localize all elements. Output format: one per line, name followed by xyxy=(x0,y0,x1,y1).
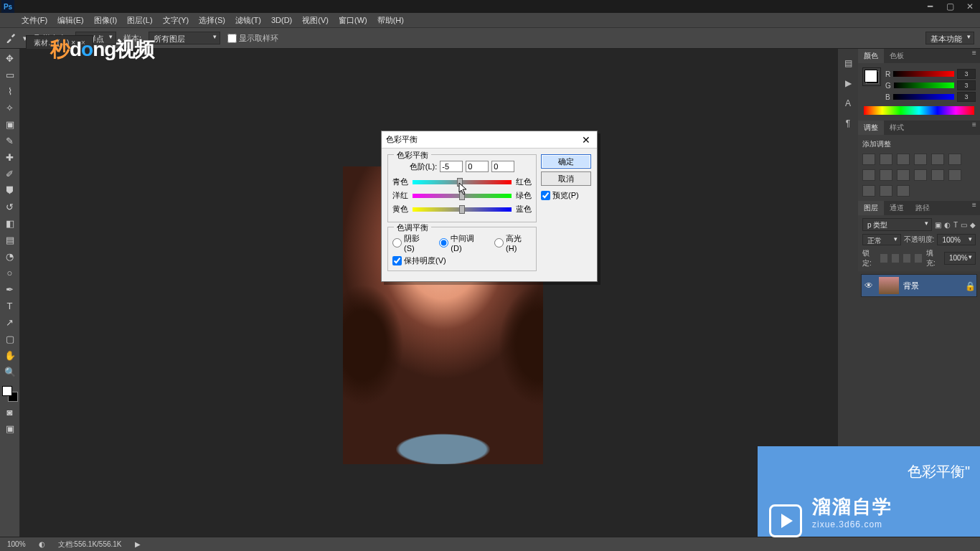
menu-3d[interactable]: 3D(D) xyxy=(271,16,292,24)
para-dock-icon[interactable]: ¶ xyxy=(842,118,854,129)
adj-thresh-icon[interactable] xyxy=(862,185,875,197)
shadows-radio[interactable]: 阴影(S) xyxy=(392,233,429,253)
color-swatch[interactable] xyxy=(862,67,881,86)
b-slider[interactable] xyxy=(893,94,954,100)
adj-colorbal-icon[interactable] xyxy=(862,169,875,181)
menu-file[interactable]: 文件(F) xyxy=(22,15,47,26)
adj-poster-icon[interactable] xyxy=(948,169,961,181)
eraser-tool-icon[interactable]: ◧ xyxy=(2,217,18,230)
adj-bw-icon[interactable] xyxy=(880,169,892,181)
spectrum-bar[interactable] xyxy=(864,106,974,115)
path-tool-icon[interactable]: ↗ xyxy=(2,316,18,329)
adj-levels-icon[interactable] xyxy=(880,154,892,165)
b-value[interactable]: 3 xyxy=(957,92,976,102)
highlights-radio[interactable]: 高光(H) xyxy=(494,233,532,253)
g-slider[interactable] xyxy=(894,83,954,88)
tab-paths[interactable]: 路径 xyxy=(910,201,936,215)
filter-type-icon[interactable]: T xyxy=(953,221,958,229)
zoom-tool-icon[interactable]: 🔍 xyxy=(2,365,18,378)
adj-gradmap-icon[interactable] xyxy=(880,185,892,197)
fill-dropdown[interactable]: 100% xyxy=(944,252,976,265)
pen-tool-icon[interactable]: ✒ xyxy=(2,283,18,296)
g-value[interactable]: 3 xyxy=(957,80,976,90)
yellow-blue-slider[interactable] xyxy=(413,207,512,212)
r-slider[interactable] xyxy=(893,71,954,77)
crop-tool-icon[interactable]: ▣ xyxy=(2,118,18,131)
adj-curves-icon[interactable] xyxy=(897,154,910,165)
menu-image[interactable]: 图像(I) xyxy=(94,15,117,26)
lock-pos-icon[interactable] xyxy=(903,254,910,263)
panel-menu-icon[interactable]: ≡ xyxy=(969,201,980,215)
adj-photo-icon[interactable] xyxy=(897,169,910,181)
canvas-area[interactable]: 素材… (…) × 秒dong视频 xyxy=(20,49,838,537)
adj-chanmix-icon[interactable] xyxy=(914,169,927,181)
zoom-value[interactable]: 100% xyxy=(7,540,26,548)
menu-edit[interactable]: 编辑(E) xyxy=(57,15,84,26)
eyedropper-icon[interactable] xyxy=(6,33,16,43)
minimize-icon[interactable]: ━ xyxy=(920,0,940,13)
actions-dock-icon[interactable]: ▶ xyxy=(842,77,854,89)
preview-checkbox[interactable]: 预览(P) xyxy=(541,190,591,201)
shape-tool-icon[interactable]: ▢ xyxy=(2,332,18,345)
layer-row[interactable]: 👁 背景 🔒 xyxy=(861,274,977,297)
menu-select[interactable]: 选择(S) xyxy=(199,15,225,26)
brush-tool-icon[interactable]: ✐ xyxy=(2,167,18,180)
adj-invert-icon[interactable] xyxy=(931,169,944,181)
layer-name[interactable]: 背景 xyxy=(903,281,961,291)
fg-bg-swatch[interactable] xyxy=(2,386,18,402)
heal-tool-icon[interactable]: ✚ xyxy=(2,151,18,164)
hand-tool-icon[interactable]: ✋ xyxy=(2,349,18,362)
tab-styles[interactable]: 样式 xyxy=(884,121,910,135)
screenmode-icon[interactable]: ▣ xyxy=(2,422,18,435)
history-brush-icon[interactable]: ↺ xyxy=(2,200,18,213)
lock-all-icon[interactable] xyxy=(915,254,922,263)
cancel-button[interactable]: 取消 xyxy=(541,171,591,186)
menu-view[interactable]: 视图(V) xyxy=(302,15,329,26)
panel-menu-icon[interactable]: ≡ xyxy=(969,49,980,63)
gradient-tool-icon[interactable]: ▤ xyxy=(2,233,18,246)
filter-smart-icon[interactable]: ◆ xyxy=(970,221,976,229)
menu-window[interactable]: 窗口(W) xyxy=(339,15,367,26)
show-ring-checkbox[interactable]: 显示取样环 xyxy=(227,33,278,44)
filter-adj-icon[interactable]: ◐ xyxy=(944,221,951,229)
r-value[interactable]: 3 xyxy=(957,69,976,79)
char-dock-icon[interactable]: A xyxy=(842,98,854,109)
quickmask-icon[interactable]: ◙ xyxy=(2,405,18,418)
marquee-tool-icon[interactable]: ▭ xyxy=(2,68,18,81)
level-input-2[interactable] xyxy=(466,161,489,172)
history-dock-icon[interactable]: ▤ xyxy=(842,57,854,69)
workspace-dropdown[interactable]: 基本功能 xyxy=(925,32,974,44)
blend-mode-dropdown[interactable]: 正常 xyxy=(862,234,901,245)
menu-type[interactable]: 文字(Y) xyxy=(163,15,189,26)
eyedropper-tool-icon[interactable]: ✎ xyxy=(2,134,18,147)
adj-hue-icon[interactable] xyxy=(948,154,961,165)
stamp-tool-icon[interactable]: ⛊ xyxy=(2,184,18,197)
status-icon[interactable]: ◐ xyxy=(39,540,45,548)
filter-pixel-icon[interactable]: ▣ xyxy=(935,221,941,229)
close-icon[interactable]: ✕ xyxy=(960,0,980,13)
filter-shape-icon[interactable]: ▭ xyxy=(961,221,967,229)
level-input-3[interactable] xyxy=(491,161,514,172)
ok-button[interactable]: 确定 xyxy=(541,154,591,169)
sample-dropdown[interactable]: 所有图层 xyxy=(149,32,220,44)
adj-selcolor-icon[interactable] xyxy=(897,185,910,197)
blur-tool-icon[interactable]: ◔ xyxy=(2,250,18,263)
tab-channels[interactable]: 通道 xyxy=(884,201,910,215)
tab-color[interactable]: 颜色 xyxy=(858,49,884,63)
maximize-icon[interactable]: ▢ xyxy=(940,0,960,13)
preserve-luminosity-checkbox[interactable]: 保持明度(V) xyxy=(392,255,532,266)
layer-kind-dropdown[interactable]: p 类型 xyxy=(862,218,932,231)
doc-size[interactable]: 文档:556.1K/556.1K xyxy=(58,540,122,550)
midtones-radio[interactable]: 中间调(D) xyxy=(439,233,484,253)
tab-adjustments[interactable]: 调整 xyxy=(858,121,884,135)
cyan-red-slider[interactable] xyxy=(413,180,512,184)
menu-help[interactable]: 帮助(H) xyxy=(377,15,404,26)
dialog-close-icon[interactable]: ✕ xyxy=(580,133,593,146)
move-tool-icon[interactable]: ✥ xyxy=(2,52,18,65)
layer-thumbnail[interactable] xyxy=(879,277,899,294)
panel-menu-icon[interactable]: ≡ xyxy=(969,121,980,135)
menu-layer[interactable]: 图层(L) xyxy=(127,15,152,26)
lasso-tool-icon[interactable]: ⌇ xyxy=(2,85,18,98)
menu-filter[interactable]: 滤镜(T) xyxy=(235,15,261,26)
type-tool-icon[interactable]: T xyxy=(2,299,18,312)
